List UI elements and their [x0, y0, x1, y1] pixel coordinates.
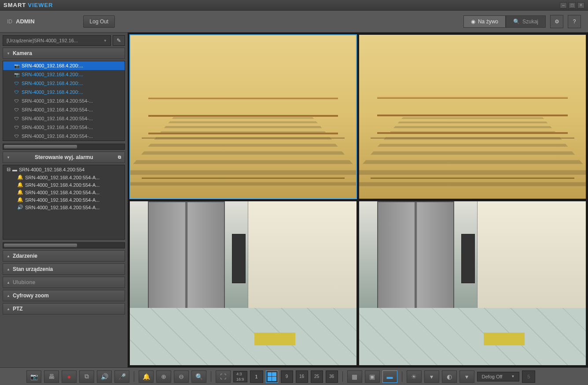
alarm-button[interactable]: 🔔 [139, 370, 154, 383]
ratio-43: 4:3 [234, 371, 247, 377]
alarm-item[interactable]: 🔔SRN-4000_192.168.4.200:554-A... [3, 181, 125, 189]
search-icon: 🔍 [513, 19, 520, 25]
mic-icon: 🎤 [118, 373, 126, 380]
camera-item[interactable]: 📷SRN-4000_192.168.4.200:... [3, 70, 125, 79]
camera-item[interactable]: 🛡SRN-4000_192.168.4.200:554-... [3, 114, 125, 123]
device-select[interactable]: [Urządzenie]SRN-4000_192.16... [3, 35, 111, 46]
alarm-out-icon: 🔔 [17, 174, 23, 180]
aspect-ratio-button[interactable]: 4:3 16:9 [233, 371, 247, 382]
layout-25[interactable]: 25 [311, 370, 323, 383]
video-tile-2[interactable] [359, 34, 586, 199]
logout-button[interactable]: Log Out [83, 15, 115, 28]
zoom-reset-button[interactable]: 🔍 [191, 370, 206, 383]
camera-icon: 📷 [30, 373, 38, 380]
audio-button[interactable]: 🔊 [97, 370, 112, 383]
sequence-button[interactable]: ⧉ [79, 370, 94, 383]
zoom-out-icon: ⊖ [179, 373, 184, 380]
print-button[interactable]: 🖶 [44, 370, 59, 383]
search-mode-button[interactable]: 🔍 Szukaj [506, 15, 546, 28]
section-zoom[interactable]: Cyfrowy zoom [3, 290, 125, 301]
bell-icon: 🔔 [143, 373, 150, 380]
mic-button[interactable]: 🎤 [114, 370, 129, 383]
contrast-down[interactable]: ▾ [459, 370, 474, 383]
fullscreen-button[interactable]: ⛶ [216, 370, 231, 383]
camera-item[interactable]: 🛡SRN-4000_192.168.4.200:554-... [3, 96, 125, 105]
camera-label: SRN-4000_192.168.4.200:554-... [22, 133, 93, 139]
camera-item[interactable]: 🛡SRN-4000_192.168.4.200:554-... [3, 105, 125, 114]
chevron-down-icon: ▾ [465, 373, 468, 380]
alarm-out-icon: 🔔 [17, 182, 23, 188]
record-button[interactable]: ● [62, 370, 77, 383]
layout-9[interactable]: 9 [281, 370, 293, 383]
sun-icon: ☀ [411, 373, 417, 380]
camera-item[interactable]: 🛡SRN-4000_192.168.4.200:554-... [3, 123, 125, 132]
camera-item[interactable]: 🛡SRN-4000_192.168.4.200:554-... [3, 132, 125, 141]
contrast-icon: ◐ [447, 373, 452, 380]
contrast-button[interactable]: ◐ [442, 370, 457, 383]
camera-tree: 📷SRN-4000_192.168.4.200:... 📷SRN-4000_19… [3, 61, 125, 141]
section-devstatus[interactable]: Stan urządzenia [3, 263, 125, 275]
camera-label: SRN-4000_192.168.4.200:554-... [22, 125, 93, 130]
alarm-item[interactable]: 🔔SRN-4000_192.168.4.200:554-A... [3, 196, 125, 204]
help-button[interactable]: ? [568, 15, 581, 28]
camera-label: SRN-4000_192.168.4.200:... [22, 72, 83, 77]
sequence-icon: ⧉ [85, 373, 89, 380]
defog-level[interactable]: 5 [522, 370, 535, 383]
close-button[interactable]: × [577, 2, 584, 8]
osd-button-2[interactable]: ▣ [365, 370, 380, 383]
help-icon: ? [573, 19, 576, 25]
settings-button[interactable]: ⚙ [550, 15, 563, 28]
live-label: Na żywo [478, 19, 498, 25]
magnify-icon: 🔍 [195, 373, 203, 380]
layout-36[interactable]: 36 [326, 370, 338, 383]
defog-select[interactable]: Defog Off [477, 372, 520, 381]
camera-item[interactable]: 🛡SRN-4000_192.168.4.200:... [3, 79, 125, 88]
defog-label: Defog Off [482, 374, 503, 379]
grid-icon: ▦ [352, 373, 357, 380]
live-mode-button[interactable]: ◉ Na żywo [463, 15, 506, 28]
snapshot-button[interactable]: 📷 [26, 370, 41, 383]
video-feed-stairwell [130, 35, 356, 198]
osd-button-3[interactable]: ▬ [382, 370, 397, 383]
video-feed-elevator [130, 201, 356, 365]
id-label: ID [7, 19, 12, 25]
zoom-out-button[interactable]: ⊖ [174, 370, 189, 383]
section-favorites[interactable]: Ulubione [3, 277, 125, 288]
osd-button-1[interactable]: ▦ [347, 370, 362, 383]
camera-item[interactable]: 🛡SRN-4000_192.168.4.200:... [3, 88, 125, 96]
camera-label: SRN-4000_192.168.4.200:... [22, 81, 83, 86]
alarm-out-icon: 🔔 [17, 197, 23, 203]
alarm-item[interactable]: 🔊SRN-4000_192.168.4.200:554-A... [3, 204, 125, 211]
brightness-down[interactable]: ▾ [424, 370, 439, 383]
minus-icon: ⊟ [7, 167, 11, 172]
minimize-button[interactable]: – [560, 2, 567, 8]
alarm-root-label: SRN-4000_192.168.4.200:554 [19, 167, 85, 172]
camera-label: SRN-4000_192.168.4.200:... [22, 63, 83, 68]
shield-icon: 🛡 [14, 133, 20, 139]
camera-icon: 📷 [14, 63, 20, 69]
section-camera[interactable]: Kamera [3, 48, 125, 59]
refresh-button[interactable]: ✎ [113, 35, 125, 46]
section-event[interactable]: Zdarzenie [3, 250, 125, 262]
topbar: ID ADMIN Log Out ◉ Na żywo 🔍 Szukaj ⚙ ? [0, 11, 588, 33]
alarm-scrollbar[interactable] [3, 242, 125, 248]
video-tile-4[interactable] [359, 201, 586, 366]
video-tile-3[interactable] [129, 201, 357, 366]
alarm-root[interactable]: ⊟▬SRN-4000_192.168.4.200:554 [3, 165, 125, 174]
alarm-item[interactable]: 🔔SRN-4000_192.168.4.200:554-A... [3, 189, 125, 196]
layout-16[interactable]: 16 [296, 370, 308, 383]
alarm-child-label: SRN-4000_192.168.4.200:554-A... [25, 175, 99, 180]
layout-4[interactable] [266, 370, 278, 383]
titlebar: SMART VIEWER – □ × [0, 0, 588, 11]
section-alarm[interactable]: Sterowanie wyj. alarmu ⧉ [3, 152, 125, 163]
alarm-item[interactable]: 🔔SRN-4000_192.168.4.200:554-A... [3, 174, 125, 181]
zoom-in-button[interactable]: ⊕ [156, 370, 171, 383]
video-tile-1[interactable] [129, 34, 357, 199]
section-ptz[interactable]: PTZ [3, 303, 125, 315]
camera-scrollbar[interactable] [3, 144, 125, 150]
popup-icon[interactable]: ⧉ [118, 155, 121, 160]
maximize-button[interactable]: □ [569, 2, 576, 8]
brightness-button[interactable]: ☀ [407, 370, 422, 383]
page-number[interactable]: 1 [250, 370, 263, 383]
camera-item[interactable]: 📷SRN-4000_192.168.4.200:... [3, 61, 125, 70]
